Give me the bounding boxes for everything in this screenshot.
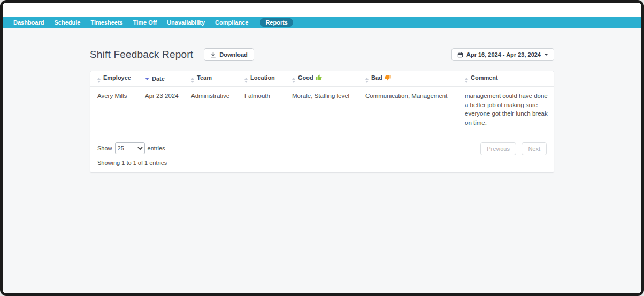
page-content: Shift Feedback Report Download <box>3 28 641 293</box>
app-window: Dashboard Schedule Timesheets Time Off U… <box>0 0 644 296</box>
column-label: Bad <box>371 74 382 81</box>
sort-icon <box>97 78 101 83</box>
download-button[interactable]: Download <box>204 48 254 61</box>
entries-summary: Showing 1 to 1 of 1 entries <box>97 160 547 166</box>
sort-icon <box>465 78 468 83</box>
column-label: Good <box>298 74 313 81</box>
sort-icon <box>191 78 194 83</box>
date-range-picker[interactable]: Apr 16, 2024 - Apr 23, 2024 <box>451 48 554 61</box>
cell-good: Morale, Staffing level <box>285 87 358 135</box>
chevron-down-icon <box>544 54 548 56</box>
cell-employee: Avery Mills <box>90 87 138 135</box>
column-header-date[interactable]: Date <box>138 71 184 87</box>
nav-item-unavailability[interactable]: Unavailability <box>167 19 205 26</box>
sort-descending-icon <box>145 78 149 80</box>
sort-icon <box>244 78 248 83</box>
cell-team: Administrative <box>184 87 237 135</box>
cell-date: Apr 23 2024 <box>138 87 184 135</box>
next-page-button[interactable]: Next <box>522 142 547 155</box>
top-strip <box>3 3 641 17</box>
page-header: Shift Feedback Report Download <box>90 28 554 61</box>
column-label: Location <box>250 74 275 81</box>
pagination: Previous Next <box>477 142 547 155</box>
sort-icon <box>292 78 295 83</box>
sort-icon <box>365 78 369 83</box>
column-label: Employee <box>103 74 131 81</box>
report-table-card: Employee Date Team Location <box>90 71 554 173</box>
page-title: Shift Feedback Report <box>90 49 193 60</box>
column-header-employee[interactable]: Employee <box>90 71 138 87</box>
cell-comment: management could have done a better job … <box>458 87 554 135</box>
column-label: Date <box>152 75 165 82</box>
nav-item-reports[interactable]: Reports <box>260 18 293 27</box>
calendar-icon <box>457 52 463 58</box>
nav-item-timesheets[interactable]: Timesheets <box>90 19 122 26</box>
nav-item-compliance[interactable]: Compliance <box>215 19 248 26</box>
table-header-row: Employee Date Team Location <box>90 71 554 87</box>
column-header-bad[interactable]: Bad <box>358 71 458 87</box>
show-label: Show <box>97 145 112 151</box>
nav-item-dashboard[interactable]: Dashboard <box>13 19 44 26</box>
date-range-label: Apr 16, 2024 - Apr 23, 2024 <box>466 51 541 58</box>
table-footer: Show 25 entries Showing 1 to 1 of 1 entr… <box>90 135 554 172</box>
column-label: Team <box>197 74 212 81</box>
table-row: Avery Mills Apr 23 2024 Administrative F… <box>90 87 554 135</box>
nav-item-time-off[interactable]: Time Off <box>133 19 157 26</box>
cell-location: Falmouth <box>237 87 285 135</box>
column-header-team[interactable]: Team <box>184 71 237 87</box>
feedback-table: Employee Date Team Location <box>90 71 554 135</box>
entries-label: entries <box>148 145 165 151</box>
previous-page-button[interactable]: Previous <box>480 142 516 155</box>
download-icon <box>210 52 216 58</box>
nav-item-schedule[interactable]: Schedule <box>54 19 80 26</box>
thumb-up-icon <box>316 75 322 82</box>
cell-bad: Communication, Management <box>358 87 458 135</box>
column-label: Comment <box>471 74 498 81</box>
top-nav: Dashboard Schedule Timesheets Time Off U… <box>3 17 641 28</box>
thumb-down-icon <box>385 75 391 82</box>
column-header-good[interactable]: Good <box>285 71 358 87</box>
column-header-location[interactable]: Location <box>237 71 285 87</box>
download-label: Download <box>219 51 248 58</box>
entries-per-page-select[interactable]: 25 <box>115 142 145 154</box>
column-header-comment[interactable]: Comment <box>458 71 554 87</box>
